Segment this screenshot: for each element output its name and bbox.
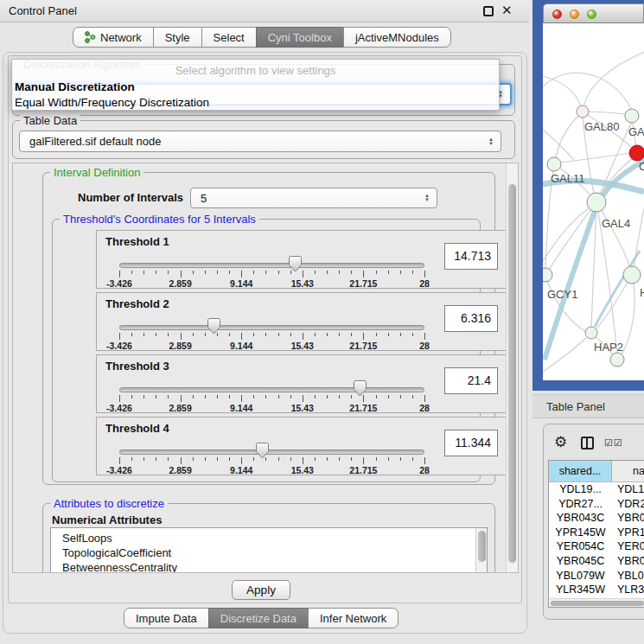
- threshold-value-field[interactable]: 21.4: [444, 367, 498, 394]
- popup-option-manual-discretization[interactable]: Manual Discretization: [15, 80, 135, 93]
- slider-thumb[interactable]: [289, 256, 302, 272]
- network-canvas[interactable]: GAL80GACGAL11GAL4GCY1HHAP2: [543, 23, 644, 380]
- popup-option-equal-width-frequency[interactable]: Equal Width/Frequency Discretization: [15, 96, 209, 109]
- network-edge[interactable]: [556, 112, 583, 157]
- split-columns-icon[interactable]: [581, 437, 594, 450]
- cell-name[interactable]: YLR3: [612, 583, 644, 597]
- number-of-intervals-spinner[interactable]: 5 ▲▼: [190, 188, 437, 208]
- attribute-item[interactable]: BetweennessCentrality: [51, 560, 487, 573]
- threshold-value-field[interactable]: 6.316: [444, 305, 498, 332]
- slider-ticks: [119, 333, 424, 341]
- table-row[interactable]: YBL079WYBL0: [549, 569, 644, 583]
- cell-name[interactable]: YDL1: [612, 482, 644, 497]
- network-edge[interactable]: [543, 73, 631, 109]
- column-header-shared-name[interactable]: shared...: [549, 461, 612, 481]
- table-row[interactable]: YBR045CYBR0: [549, 554, 644, 569]
- network-node[interactable]: [577, 105, 589, 118]
- apply-button[interactable]: Apply: [232, 580, 290, 600]
- table-data-selected-value: galFiltered.sif default node: [29, 131, 161, 151]
- slider-track[interactable]: [119, 263, 424, 268]
- cell-shared-name[interactable]: YDR27...: [549, 497, 612, 512]
- threshold-panel-1: Threshold 1-3.4262.8599.14415.4321.71528…: [96, 230, 507, 289]
- threshold-slider[interactable]: -3.4262.8599.14415.4321.71528: [119, 293, 424, 352]
- slider-thumb[interactable]: [207, 318, 220, 335]
- column-header-name[interactable]: na: [612, 461, 644, 481]
- cell-name[interactable]: YPR1: [612, 526, 644, 540]
- network-node[interactable]: [629, 145, 644, 161]
- network-edge[interactable]: [548, 202, 596, 271]
- cell-shared-name[interactable]: YPR145W: [549, 526, 612, 540]
- network-node[interactable]: [585, 327, 597, 339]
- table-row[interactable]: YPR145WYPR1: [549, 526, 644, 540]
- mac-minimize-button[interactable]: [570, 10, 579, 19]
- attributes-scrollbar-thumb[interactable]: [478, 531, 486, 562]
- cell-shared-name[interactable]: YBL079W: [549, 569, 612, 583]
- slider-track[interactable]: [119, 325, 424, 330]
- cell-shared-name[interactable]: YLR345W: [549, 583, 612, 597]
- table-hscrollbar-thumb[interactable]: [551, 601, 644, 606]
- network-edge[interactable]: [561, 153, 629, 163]
- network-node[interactable]: [623, 266, 641, 284]
- table-horizontal-scrollbar[interactable]: [549, 598, 644, 607]
- table-row[interactable]: YDR27...YDR2: [549, 497, 644, 512]
- network-edge-thick[interactable]: [595, 251, 640, 327]
- tab-select[interactable]: Select: [201, 27, 257, 48]
- tab-jactivemnodules[interactable]: jActiveMNodules: [343, 27, 451, 48]
- slider-thumb[interactable]: [354, 380, 367, 397]
- settings-scrollbar[interactable]: [506, 163, 518, 572]
- tab-infer-network[interactable]: Infer Network: [308, 608, 399, 628]
- close-icon[interactable]: ✕: [501, 3, 513, 18]
- tab-style[interactable]: Style: [153, 27, 202, 48]
- network-edge[interactable]: [543, 76, 580, 105]
- cell-shared-name[interactable]: YER054C: [549, 539, 612, 554]
- network-node[interactable]: [543, 268, 552, 282]
- slider-track[interactable]: [119, 450, 424, 455]
- slider-thumb[interactable]: [256, 443, 269, 459]
- network-edge[interactable]: [543, 130, 574, 160]
- float-window-icon[interactable]: [483, 6, 494, 16]
- tab-discretize-data[interactable]: Discretize Data: [208, 608, 309, 628]
- interval-definition-group-title: Interval Definition: [50, 166, 143, 179]
- table-row[interactable]: YDL19...YDL1: [549, 482, 644, 497]
- threshold-slider[interactable]: -3.4262.8599.14415.4321.71528: [119, 231, 424, 290]
- threshold-value-field[interactable]: 11.344: [444, 430, 498, 456]
- table-row[interactable]: YBR043CYBR0: [549, 511, 644, 526]
- network-edge[interactable]: [596, 275, 632, 328]
- table-data-combobox[interactable]: galFiltered.sif default node ▲▼: [19, 131, 501, 152]
- tab-impute-data[interactable]: Impute Data: [124, 608, 209, 628]
- threshold-value-field[interactable]: 14.713: [444, 243, 498, 270]
- tab-cyni-toolbox[interactable]: Cyni Toolbox: [256, 27, 344, 48]
- cell-name[interactable]: YBL0: [612, 569, 644, 583]
- cell-name[interactable]: YDR2: [612, 497, 644, 512]
- table-row[interactable]: YLR345WYLR3: [549, 583, 644, 597]
- attribute-item[interactable]: TopologicalCoefficient: [51, 545, 487, 560]
- cell-shared-name[interactable]: YBR045C: [549, 554, 612, 569]
- network-edge[interactable]: [622, 275, 634, 354]
- threshold-slider[interactable]: -3.4262.8599.14415.4321.71528: [119, 355, 424, 414]
- cell-shared-name[interactable]: YBR043C: [549, 511, 612, 526]
- network-node[interactable]: [547, 157, 561, 171]
- slider-track[interactable]: [119, 387, 424, 392]
- attributes-group-title: Attributes to discretize: [50, 497, 168, 510]
- cell-name[interactable]: YBR0: [612, 554, 644, 569]
- threshold-panel-2: Threshold 2-3.4262.8599.14415.4321.71528…: [96, 292, 507, 351]
- mac-close-button[interactable]: [552, 10, 562, 19]
- popup-hint: Select algorithm to view settings: [12, 64, 499, 77]
- tab-label: Select: [214, 31, 245, 44]
- network-node[interactable]: [625, 109, 639, 123]
- mac-zoom-button[interactable]: [587, 10, 596, 19]
- table-row[interactable]: YER054CYER0: [549, 539, 644, 554]
- threshold-slider[interactable]: -3.4262.8599.14415.4321.71528: [119, 418, 424, 476]
- attributes-list-scrollbar[interactable]: [475, 528, 487, 573]
- settings-scrollbar-thumb[interactable]: [508, 184, 516, 563]
- network-edge[interactable]: [584, 52, 644, 105]
- network-node[interactable]: [587, 193, 606, 212]
- table-settings-gear-icon[interactable]: ⚙: [554, 433, 567, 451]
- network-node[interactable]: [610, 353, 624, 367]
- cell-shared-name[interactable]: YDL19...: [549, 482, 612, 497]
- cell-name[interactable]: YBR0: [612, 511, 644, 526]
- select-columns-icon[interactable]: ☑☑: [604, 437, 623, 449]
- attribute-item[interactable]: SelfLoops: [51, 528, 487, 545]
- cell-name[interactable]: YER0: [612, 539, 644, 554]
- tab-network[interactable]: Network: [73, 27, 154, 48]
